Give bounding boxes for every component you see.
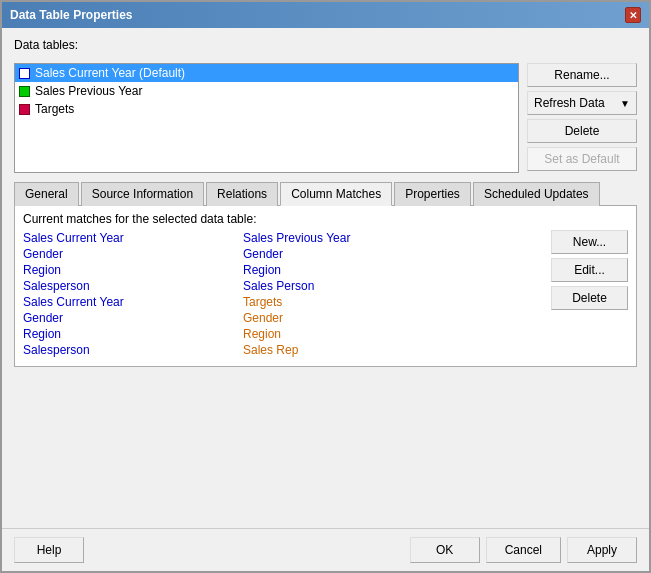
match-cell-right: Gender xyxy=(243,247,463,261)
table-label: Sales Previous Year xyxy=(35,84,142,98)
footer: Help OK Cancel Apply xyxy=(2,528,649,571)
dialog-window: Data Table Properties ✕ Data tables: Sal… xyxy=(0,0,651,573)
match-cell-left: Salesperson xyxy=(23,343,243,357)
matches-main: Sales Current YearSales Previous YearGen… xyxy=(15,230,636,366)
data-tables-list[interactable]: Sales Current Year (Default)Sales Previo… xyxy=(14,63,519,173)
set-default-button[interactable]: Set as Default xyxy=(527,147,637,171)
tab-column-matches[interactable]: Column Matches xyxy=(280,182,392,206)
list-item[interactable]: Targets xyxy=(15,100,518,118)
title-bar: Data Table Properties ✕ xyxy=(2,2,649,28)
match-cell-left: Region xyxy=(23,327,243,341)
match-cell-right: Sales Previous Year xyxy=(243,231,463,245)
refresh-arrow-icon: ▼ xyxy=(620,98,630,109)
table-label: Targets xyxy=(35,102,74,116)
delete-button[interactable]: Delete xyxy=(527,119,637,143)
top-section: Sales Current Year (Default)Sales Previo… xyxy=(14,63,637,173)
close-button[interactable]: ✕ xyxy=(625,7,641,23)
button-group: Rename... Refresh Data ▼ Delete Set as D… xyxy=(527,63,637,173)
tab-relations[interactable]: Relations xyxy=(206,182,278,206)
dialog-content: Data tables: Sales Current Year (Default… xyxy=(2,28,649,528)
matches-table: Sales Current YearSales Previous YearGen… xyxy=(23,230,543,358)
match-cell-right: Region xyxy=(243,263,463,277)
dialog-title: Data Table Properties xyxy=(10,8,132,22)
match-row: Sales Current YearSales Previous Year xyxy=(23,230,543,246)
data-tables-label: Data tables: xyxy=(14,38,637,52)
tab-source-info[interactable]: Source Information xyxy=(81,182,204,206)
match-cell-left: Salesperson xyxy=(23,279,243,293)
match-row: SalespersonSales Rep xyxy=(23,342,543,358)
match-row: Sales Current YearTargets xyxy=(23,294,543,310)
rename-button[interactable]: Rename... xyxy=(527,63,637,87)
ok-button[interactable]: OK xyxy=(410,537,480,563)
match-cell-left: Sales Current Year xyxy=(23,231,243,245)
tabs-container: GeneralSource InformationRelationsColumn… xyxy=(14,181,637,367)
refresh-label: Refresh Data xyxy=(534,96,605,110)
match-row: GenderGender xyxy=(23,246,543,262)
match-cell-left: Region xyxy=(23,263,243,277)
tab-properties[interactable]: Properties xyxy=(394,182,471,206)
apply-button[interactable]: Apply xyxy=(567,537,637,563)
color-box xyxy=(19,86,30,97)
match-cell-left: Gender xyxy=(23,247,243,261)
color-box xyxy=(19,104,30,115)
help-button[interactable]: Help xyxy=(14,537,84,563)
column-matches-panel: Current matches for the selected data ta… xyxy=(15,206,636,366)
new-match-button[interactable]: New... xyxy=(551,230,628,254)
matches-side-buttons: New... Edit... Delete xyxy=(543,230,628,358)
tab-content-panel: Current matches for the selected data ta… xyxy=(14,206,637,367)
refresh-data-button[interactable]: Refresh Data ▼ xyxy=(527,91,637,115)
match-cell-right: Sales Person xyxy=(243,279,463,293)
match-cell-right: Targets xyxy=(243,295,463,309)
tab-general[interactable]: General xyxy=(14,182,79,206)
footer-right: OK Cancel Apply xyxy=(410,537,637,563)
tab-scheduled-updates[interactable]: Scheduled Updates xyxy=(473,182,600,206)
cancel-button[interactable]: Cancel xyxy=(486,537,561,563)
match-row: SalespersonSales Person xyxy=(23,278,543,294)
match-cell-right: Sales Rep xyxy=(243,343,463,357)
match-row: GenderGender xyxy=(23,310,543,326)
list-item[interactable]: Sales Previous Year xyxy=(15,82,518,100)
match-row: RegionRegion xyxy=(23,262,543,278)
match-cell-left: Sales Current Year xyxy=(23,295,243,309)
tab-inner-label: Current matches for the selected data ta… xyxy=(15,206,636,230)
table-label: Sales Current Year (Default) xyxy=(35,66,185,80)
match-row: RegionRegion xyxy=(23,326,543,342)
match-cell-left: Gender xyxy=(23,311,243,325)
delete-match-button[interactable]: Delete xyxy=(551,286,628,310)
color-box xyxy=(19,68,30,79)
tabs: GeneralSource InformationRelationsColumn… xyxy=(14,181,637,206)
match-cell-right: Region xyxy=(243,327,463,341)
edit-match-button[interactable]: Edit... xyxy=(551,258,628,282)
list-item[interactable]: Sales Current Year (Default) xyxy=(15,64,518,82)
match-cell-right: Gender xyxy=(243,311,463,325)
